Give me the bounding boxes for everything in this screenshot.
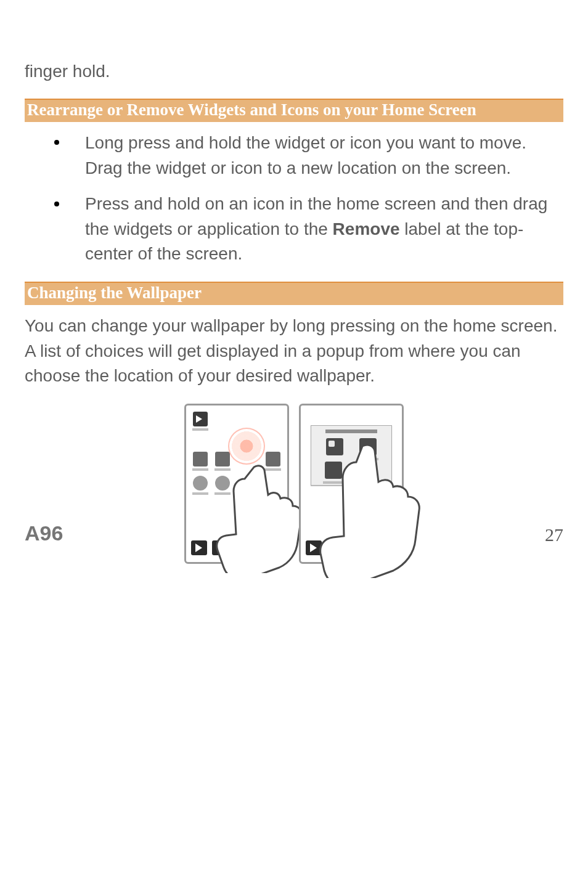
paragraph-wallpaper: You can change your wallpaper by long pr… bbox=[25, 314, 563, 389]
bullet-text-bold: Remove bbox=[333, 219, 400, 238]
bullet-item: Long press and hold the widget or icon y… bbox=[54, 131, 563, 181]
wallpaper-option-icon bbox=[326, 438, 343, 455]
app-icon bbox=[193, 412, 208, 426]
bullet-item: Press and hold on an icon in the home sc… bbox=[54, 192, 563, 267]
lead-fragment: finger hold. bbox=[25, 62, 563, 81]
heading-changing-wallpaper: Changing the Wallpaper bbox=[25, 282, 563, 305]
wallpaper-option-icon bbox=[359, 438, 377, 455]
app-icon bbox=[215, 452, 230, 466]
bullet-list-rearrange: Long press and hold the widget or icon y… bbox=[54, 131, 563, 267]
app-icon bbox=[215, 476, 230, 491]
document-page: finger hold. Rearrange or Remove Widgets… bbox=[0, 62, 588, 575]
heading-rearrange-widgets: Rearrange or Remove Widgets and Icons on… bbox=[25, 99, 563, 122]
bullet-text: Long press and hold the widget or icon y… bbox=[85, 133, 526, 177]
footer-model-label: A96 bbox=[25, 521, 63, 545]
wallpaper-option-icon bbox=[325, 462, 342, 479]
page-footer: A96 27 bbox=[25, 521, 563, 545]
wallpaper-popup bbox=[311, 425, 392, 486]
popup-title-placeholder bbox=[325, 430, 377, 433]
app-icon bbox=[193, 476, 208, 491]
footer-page-number: 27 bbox=[545, 524, 563, 545]
app-icon bbox=[266, 452, 280, 466]
touch-ring-icon bbox=[228, 428, 265, 465]
illustration-wallpaper-gesture bbox=[170, 404, 418, 575]
app-icon bbox=[193, 452, 208, 466]
